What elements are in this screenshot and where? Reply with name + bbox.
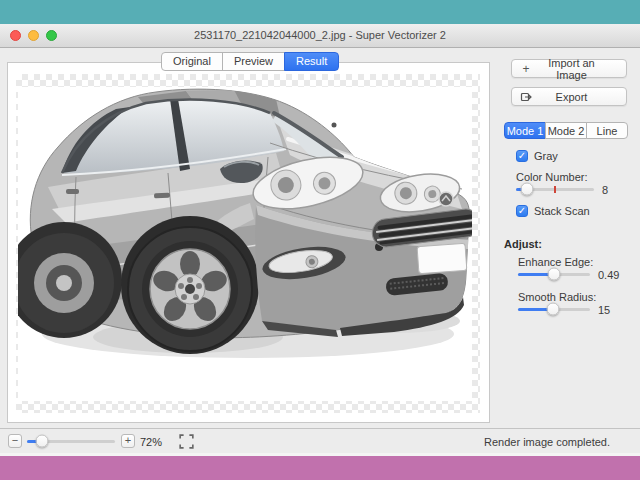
export-label: Export — [533, 91, 610, 103]
bottom-letterbox-strip — [0, 456, 640, 480]
zoom-percentage: 72% — [140, 436, 162, 448]
tab-original[interactable]: Original — [161, 52, 223, 71]
transparency-checkerboard — [16, 74, 480, 413]
smooth-radius-slider[interactable] — [518, 303, 590, 316]
stack-scan-checkbox[interactable]: ✓ — [516, 205, 528, 217]
smooth-radius-value: 15 — [598, 304, 610, 316]
mode-segmented-control: Mode 1 Mode 2 Line — [504, 122, 628, 139]
export-button[interactable]: Export — [511, 87, 627, 106]
color-number-label: Color Number: — [516, 171, 588, 183]
gray-option: ✓ Gray — [516, 150, 558, 162]
mode-1-segment[interactable]: Mode 1 — [504, 122, 546, 139]
canvas-zoom-slider[interactable] — [27, 435, 115, 448]
settings-panel: + Import an Image Export Mode 1 Mode 2 L… — [500, 47, 640, 428]
export-arrow-icon — [519, 91, 533, 103]
front-wheel — [121, 216, 259, 354]
result-image-area — [18, 87, 472, 401]
canvas-panel — [7, 62, 490, 423]
smooth-radius-label: Smooth Radius: — [518, 291, 596, 303]
plus-icon: + — [519, 63, 533, 75]
adjust-heading: Adjust: — [504, 238, 542, 250]
color-number-slider[interactable] — [516, 183, 594, 196]
enhance-edge-value: 0.49 — [598, 269, 619, 281]
status-bar: − + 72% Render image completed. — [0, 428, 640, 453]
tab-preview[interactable]: Preview — [222, 52, 285, 71]
enhance-edge-slider[interactable] — [518, 268, 590, 281]
brand-badge — [439, 192, 453, 206]
smooth-radius-slider-row: 15 — [518, 303, 610, 316]
slider-thumb[interactable] — [548, 268, 561, 281]
app-window: 2531170_221042044000_2.jpg - Super Vecto… — [0, 0, 640, 480]
zoom-in-button[interactable]: + — [121, 434, 135, 448]
zoom-out-button[interactable]: − — [8, 434, 22, 448]
view-tabbar: Original Preview Result — [161, 52, 339, 71]
slider-center-tick — [554, 186, 556, 193]
color-number-value: 8 — [602, 184, 608, 196]
slider-thumb[interactable] — [546, 303, 559, 316]
tab-result[interactable]: Result — [284, 52, 339, 71]
mode-2-segment[interactable]: Mode 2 — [545, 122, 587, 139]
stack-scan-label: Stack Scan — [534, 205, 590, 217]
fit-to-screen-button[interactable] — [179, 434, 194, 449]
import-image-label: Import an Image — [533, 57, 610, 81]
gray-checkbox[interactable]: ✓ — [516, 150, 528, 162]
gray-label: Gray — [534, 150, 558, 162]
fullscreen-icon — [179, 434, 194, 449]
stack-scan-option: ✓ Stack Scan — [516, 205, 590, 217]
color-number-slider-row: 8 — [516, 183, 608, 196]
import-image-button[interactable]: + Import an Image — [511, 59, 627, 78]
vectorized-car-image — [18, 87, 472, 401]
top-letterbox-strip — [0, 0, 640, 24]
render-status-text: Render image completed. — [484, 436, 610, 448]
window-title: 2531170_221042044000_2.jpg - Super Vecto… — [0, 24, 640, 47]
enhance-edge-slider-row: 0.49 — [518, 268, 619, 281]
enhance-edge-label: Enhance Edge: — [518, 256, 593, 268]
slider-thumb[interactable] — [35, 435, 48, 448]
line-segment[interactable]: Line — [586, 122, 628, 139]
slider-thumb[interactable] — [520, 183, 533, 196]
title-bar: 2531170_221042044000_2.jpg - Super Vecto… — [0, 24, 640, 48]
license-plate — [417, 243, 467, 273]
